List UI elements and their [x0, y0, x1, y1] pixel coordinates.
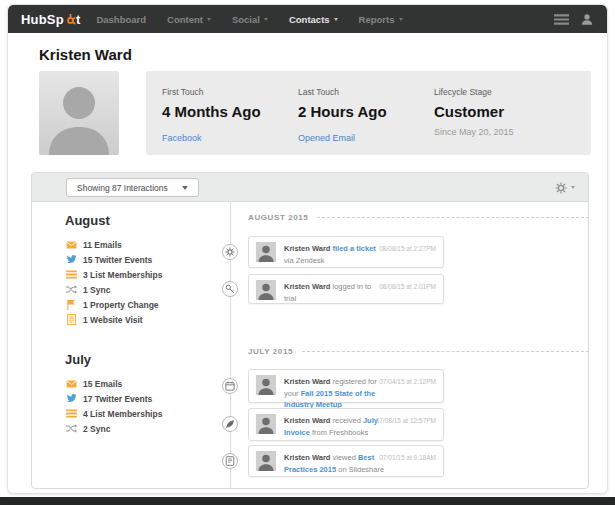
stat-value: 4 Months Ago [162, 103, 298, 120]
person-silhouette-icon [39, 71, 119, 155]
stat-value: Customer [434, 103, 570, 120]
summary-item-twitter[interactable]: 15 Twitter Events [65, 252, 162, 267]
settings-menu-button[interactable] [555, 173, 575, 202]
summary-item-emails[interactable]: 15 Emails [65, 376, 162, 391]
app-window: HubSpt Dashboard Content Social Contacts… [7, 4, 608, 494]
hubspot-contact-page: HubSpt Dashboard Content Social Contacts… [0, 0, 615, 505]
person-silhouette-icon [256, 414, 276, 434]
stat-lifecycle-stage: Lifecycle Stage Customer Since May 20, 2… [434, 87, 570, 155]
email-icon [65, 241, 77, 249]
summary-item-lists[interactable]: 4 List Memberships [65, 406, 162, 421]
month-heading: August [65, 213, 162, 228]
document-icon [225, 456, 235, 466]
page-title: Kristen Ward [39, 46, 132, 63]
person-silhouette-icon [256, 451, 276, 471]
interactions-card: Showing 87 Interactions August 11 Emails [31, 172, 589, 489]
contact-photo [39, 71, 119, 155]
dashed-divider [317, 217, 589, 218]
top-nav: HubSpt Dashboard Content Social Contacts… [8, 5, 607, 33]
invoice-node [222, 416, 238, 432]
interactions-toolbar: Showing 87 Interactions [32, 173, 588, 202]
chevron-down-icon [182, 186, 188, 190]
sync-icon [65, 424, 77, 433]
event-avatar [256, 280, 276, 300]
chevron-down-icon [334, 18, 338, 21]
dashed-divider [302, 351, 589, 352]
nav-right [554, 12, 594, 26]
timeline-group-header-july: JULY 2015 [248, 347, 589, 356]
ticket-node [222, 244, 238, 260]
interactions-filter-dropdown[interactable]: Showing 87 Interactions [66, 178, 199, 197]
gear-icon [555, 182, 567, 194]
event-timestamp: 07/04/15 at 2:12PM [379, 378, 436, 385]
stat-first-touch: First Touch 4 Months Ago Facebook [162, 87, 298, 155]
timeline-group-header-august: AUGUST 2015 [248, 213, 589, 222]
event-card-registered-meetup: Kristen Ward registered for your Fall 20… [248, 369, 444, 403]
summary-item-website-visit[interactable]: 1 Website Visit [65, 312, 162, 327]
page-icon [65, 314, 77, 325]
chevron-down-icon [264, 18, 268, 21]
summary-item-property-change[interactable]: 1 Property Change [65, 297, 162, 312]
person-silhouette-icon [256, 375, 276, 395]
summary-item-twitter[interactable]: 17 Twitter Events [65, 391, 162, 406]
event-link[interactable]: filed a ticket [333, 244, 376, 253]
summary-item-sync[interactable]: 2 Sync [65, 421, 162, 436]
event-card-logged-in: Kristen Ward logged in to trial 08/08/15… [248, 274, 444, 304]
summary-item-sync[interactable]: 1 Sync [65, 282, 162, 297]
twitter-icon [65, 255, 77, 264]
nav-item-contacts[interactable]: Contacts [289, 14, 338, 25]
leaf-icon [225, 419, 235, 429]
summary-item-lists[interactable]: 3 List Memberships [65, 267, 162, 282]
filter-label: Showing 87 Interactions [77, 183, 168, 193]
slideshare-node [222, 453, 238, 469]
email-icon [65, 380, 77, 388]
event-avatar [256, 451, 276, 471]
chevron-down-icon [571, 186, 575, 189]
last-touch-source-link[interactable]: Opened Email [298, 133, 355, 143]
sync-icon [65, 285, 77, 294]
nav-item-social[interactable]: Social [232, 14, 268, 25]
event-timestamp: 08/08/15 at 2:27PM [379, 245, 436, 252]
summary-item-emails[interactable]: 11 Emails [65, 237, 162, 252]
interactions-body: August 11 Emails 15 Twitter Events 3 Lis… [32, 202, 588, 488]
event-avatar [256, 414, 276, 434]
month-july: July 15 Emails 17 Twitter Events 4 List … [65, 352, 162, 436]
event-registration-node [222, 378, 238, 394]
nav-item-content[interactable]: Content [167, 14, 211, 25]
hamburger-menu-icon[interactable] [554, 14, 569, 25]
event-avatar [256, 375, 276, 395]
event-description: Kristen Ward logged in to trial [284, 281, 385, 304]
event-avatar [256, 242, 276, 262]
hubspot-logo[interactable]: HubSpt [21, 12, 80, 27]
event-card-filed-ticket: Kristen Ward filed a ticket via Zendesk … [248, 236, 444, 268]
person-silhouette-icon [256, 280, 276, 300]
person-silhouette-icon [256, 242, 276, 262]
event-card-received-invoice: Kristen Ward received July Invoice from … [248, 408, 444, 441]
month-august: August 11 Emails 15 Twitter Events 3 Lis… [65, 213, 162, 327]
stat-label: Lifecycle Stage [434, 87, 570, 97]
nav-item-reports[interactable]: Reports [359, 14, 403, 25]
event-timestamp: 07/08/15 at 12:57PM [376, 417, 436, 424]
chevron-down-icon [399, 18, 403, 21]
list-icon [65, 409, 77, 418]
month-heading: July [65, 352, 162, 367]
user-avatar-icon[interactable] [580, 12, 594, 26]
event-card-viewed-slideshare: Kristen Ward viewed Best Practices 2015 … [248, 445, 444, 477]
event-description: Kristen Ward filed a ticket via Zendesk [284, 243, 385, 266]
twitter-icon [65, 394, 77, 403]
login-node [222, 281, 238, 297]
chevron-down-icon [207, 18, 211, 21]
event-description: Kristen Ward viewed Best Practices 2015 … [284, 452, 385, 475]
logo-text-prefix: HubSp [21, 12, 64, 27]
month-summary-sidebar: August 11 Emails 15 Twitter Events 3 Lis… [65, 213, 162, 436]
nav-item-dashboard[interactable]: Dashboard [96, 14, 146, 25]
first-touch-source-link[interactable]: Facebook [162, 133, 202, 143]
stat-value: 2 Hours Ago [298, 103, 434, 120]
gear-icon [225, 247, 235, 257]
flag-icon [65, 299, 77, 310]
list-icon [65, 270, 77, 279]
nav-menu: Dashboard Content Social Contacts Report… [96, 14, 402, 25]
calendar-icon [225, 381, 235, 391]
sprocket-icon [65, 14, 76, 26]
contact-stats-panel: First Touch 4 Months Ago Facebook Last T… [146, 71, 591, 155]
